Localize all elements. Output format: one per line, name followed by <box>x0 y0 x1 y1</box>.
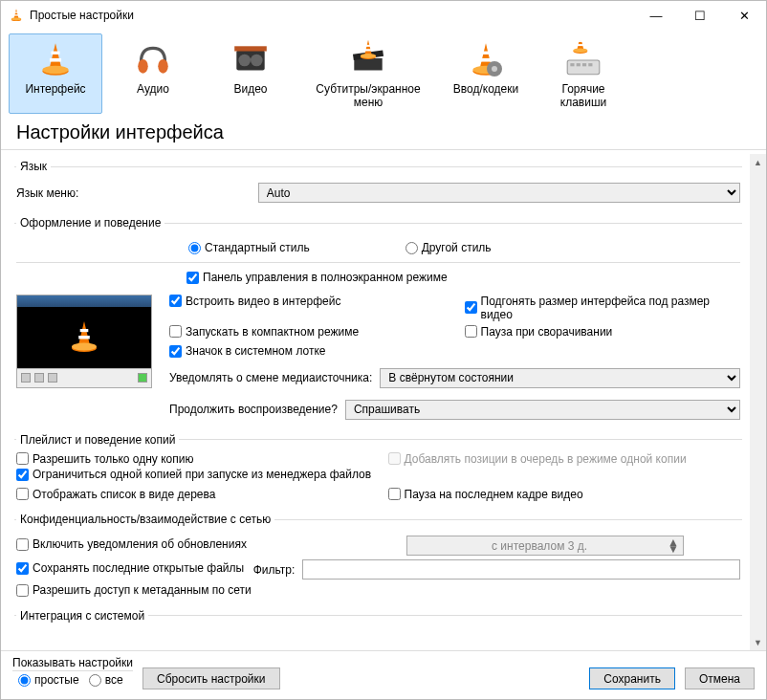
svg-point-8 <box>251 55 263 67</box>
svg-rect-18 <box>588 63 592 66</box>
filter-input[interactable] <box>302 559 740 580</box>
style-custom-radio[interactable]: Другой стиль <box>405 241 492 254</box>
group-os-legend: Интеграция с системой <box>16 609 148 623</box>
enqueue-check: Добавлять позиции в очередь в режиме одн… <box>388 452 687 466</box>
tab-audio[interactable]: Аудио <box>106 33 200 114</box>
scroll-down-icon[interactable]: ▼ <box>750 634 766 650</box>
minimize-button[interactable]: — <box>634 1 678 30</box>
cone-icon <box>35 40 76 80</box>
pause-last-frame-check[interactable]: Пауза на последнем кадре видео <box>388 488 583 501</box>
headphones-icon <box>133 40 173 80</box>
group-playlist-legend: Плейлист и поведение копий <box>16 433 179 447</box>
minimal-view-check[interactable]: Запускать в компактном режиме <box>169 325 359 339</box>
svg-rect-9 <box>234 46 267 51</box>
window-title: Простые настройки <box>30 9 634 22</box>
group-privacy-legend: Конфиденциальность/взаимодействие с сеть… <box>16 513 274 526</box>
style-native-radio[interactable]: Стандартный стиль <box>188 241 310 254</box>
group-language: Язык Язык меню: Auto <box>14 160 742 210</box>
svg-rect-17 <box>582 63 586 66</box>
close-button[interactable]: ✕ <box>722 1 766 30</box>
group-look: Оформление и поведение Стандартный стиль… <box>14 216 742 427</box>
metadata-check[interactable]: Разрешить доступ к метаданным по сети <box>16 583 252 597</box>
updates-check[interactable]: Включить уведомления об обновлениях <box>16 537 247 551</box>
tab-interface[interactable]: Интерфейс <box>9 33 102 114</box>
maximize-button[interactable]: ☐ <box>678 1 722 30</box>
keyboard-icon <box>563 40 603 80</box>
group-look-legend: Оформление и поведение <box>16 216 164 230</box>
continue-label: Продолжить воспроизведение? <box>169 403 338 416</box>
cancel-button[interactable]: Отмена <box>685 667 755 689</box>
menu-language-label: Язык меню: <box>16 186 251 200</box>
update-interval-value: с интервалом 3 д. <box>492 539 587 553</box>
group-os: Интеграция с системой <box>14 609 742 628</box>
tab-input-label: Ввод/кодеки <box>453 82 518 96</box>
scroll-up-icon[interactable]: ▲ <box>750 154 766 170</box>
show-simple-radio[interactable]: простые <box>18 673 79 687</box>
pause-minimize-check[interactable]: Пауза при сворачивании <box>465 325 613 339</box>
svg-point-4 <box>138 59 148 74</box>
svg-rect-10 <box>354 58 382 71</box>
group-playlist: Плейлист и поведение копий Разрешить тол… <box>14 433 742 508</box>
app-icon <box>9 8 24 23</box>
settings-scroll[interactable]: Язык Язык меню: Auto Оформление и поведе… <box>1 154 750 650</box>
tab-video-label: Видео <box>233 82 267 96</box>
footer: Показывать настройки простые все Сбросит… <box>1 650 766 699</box>
fs-controller-check[interactable]: Панель управления в полноэкранном режиме <box>186 271 448 284</box>
show-settings-label: Показывать настройки <box>12 656 133 669</box>
save-recent-check[interactable]: Сохранять последние открытые файлы <box>16 561 244 575</box>
scrollbar[interactable]: ▲ ▼ <box>750 154 766 650</box>
tree-view-check[interactable]: Отображать список в виде дерева <box>16 488 215 501</box>
group-language-legend: Язык <box>16 160 51 173</box>
notify-label: Уведомлять о смене медиаисточника: <box>169 371 372 384</box>
continue-select[interactable]: Спрашивать <box>345 400 740 420</box>
page-title: Настройки интерфейса <box>1 114 766 149</box>
input-icon <box>466 40 506 80</box>
titlebar: Простые настройки — ☐ ✕ <box>1 1 766 30</box>
show-all-radio[interactable]: все <box>89 673 123 687</box>
spinner-arrows: ▲▼ <box>668 539 679 553</box>
tab-subtitles-label: Субтитры/экранное меню <box>306 82 430 109</box>
tab-hotkeys[interactable]: Горячие клавиши <box>537 33 630 114</box>
tab-interface-label: Интерфейс <box>25 82 85 96</box>
tab-hotkeys-label: Горячие клавиши <box>541 82 625 109</box>
tab-subtitles[interactable]: Субтитры/экранное меню <box>301 33 435 114</box>
group-privacy: Конфиденциальность/взаимодействие с сеть… <box>14 513 742 603</box>
svg-point-7 <box>238 55 251 67</box>
svg-point-13 <box>492 66 497 72</box>
tab-input[interactable]: Ввод/кодеки <box>439 33 533 114</box>
systray-check[interactable]: Значок в системном лотке <box>169 344 325 358</box>
tab-video[interactable]: Видео <box>204 33 297 114</box>
one-instance-check[interactable]: Разрешить только одну копию <box>16 452 193 466</box>
svg-rect-15 <box>570 63 574 66</box>
preview-thumbnail <box>16 295 152 388</box>
svg-point-5 <box>158 59 168 74</box>
svg-rect-14 <box>567 60 600 75</box>
update-interval-spinner: с интервалом 3 д. ▲▼ <box>406 536 684 556</box>
svg-rect-16 <box>577 63 581 66</box>
filter-label: Фильтр: <box>253 563 296 577</box>
divider <box>1 149 766 150</box>
resize-interface-check[interactable]: Подгонять размер интерфейса под размер в… <box>465 295 741 321</box>
film-icon <box>230 40 271 80</box>
embed-video-check[interactable]: Встроить видео в интерфейс <box>169 295 340 308</box>
category-toolbar: Интерфейс Аудио Видео Субтитры/экранное … <box>1 30 766 114</box>
clapperboard-icon <box>348 40 388 80</box>
reset-button[interactable]: Сбросить настройки <box>142 667 279 689</box>
one-from-file-check[interactable]: Ограничиться одной копией при запуске из… <box>16 468 371 481</box>
menu-language-select[interactable]: Auto <box>258 183 740 203</box>
notify-select[interactable]: В свёрнутом состоянии <box>380 368 740 388</box>
save-button[interactable]: Сохранить <box>589 667 675 689</box>
tab-audio-label: Аудио <box>137 82 169 96</box>
